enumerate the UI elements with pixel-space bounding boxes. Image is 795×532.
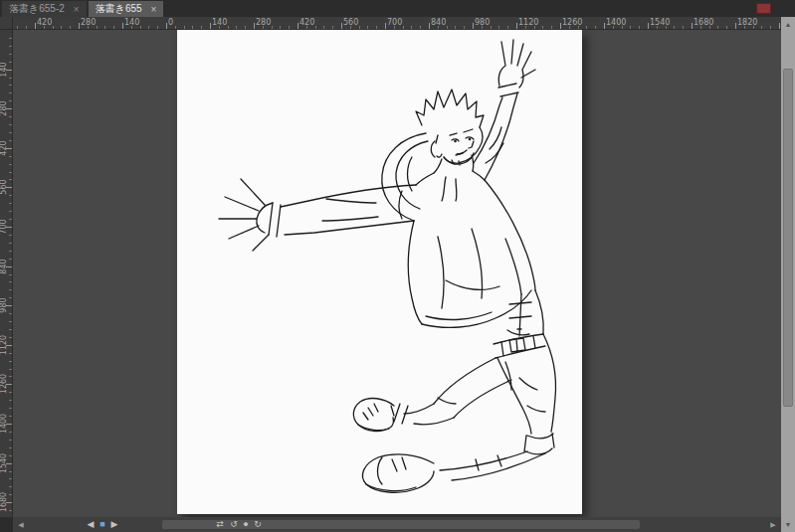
ruler-tick (245, 26, 246, 29)
nav-prev-button[interactable]: ◀ (85, 517, 97, 532)
ruler-tick (482, 26, 483, 29)
ruler-tick (9, 243, 12, 244)
ruler-tick (491, 26, 492, 29)
tab-document-1[interactable]: 落書き655-2 × (2, 1, 87, 17)
ruler-tick (359, 26, 360, 29)
ruler-tick (438, 26, 439, 29)
ruler-tick (9, 376, 12, 377)
ruler-label: 1680 (694, 18, 713, 27)
ruler-tick (53, 26, 54, 29)
ruler-label: 1540 (0, 451, 8, 475)
ruler-tick (761, 26, 762, 29)
ruler-tick (9, 329, 12, 330)
ruler-tick (9, 471, 12, 472)
ruler-tick (9, 313, 12, 314)
tab-document-2[interactable]: 落書き655 × (89, 1, 164, 17)
reset-view-button[interactable]: ● (240, 517, 252, 532)
ruler-tick (131, 26, 132, 29)
ruler-tick (9, 337, 12, 338)
rotate-left-button[interactable]: ↺ (228, 517, 240, 532)
ruler-tick (9, 92, 12, 93)
ruler-tick (578, 26, 579, 29)
ruler-tick (9, 455, 12, 456)
ruler-tick (473, 23, 474, 29)
ruler-tick (236, 26, 237, 29)
horizontal-scrollbar[interactable]: ◀ ▶ ◀■▶⇄↺●↻ (13, 517, 781, 532)
ruler-tick (595, 26, 596, 29)
rotate-right-button[interactable]: ↻ (252, 517, 264, 532)
ruler-tick (9, 369, 12, 370)
ruler-tick (569, 26, 570, 29)
vertical-scrollbar[interactable]: ▲ ▼ (781, 17, 795, 532)
ruler-tick (9, 116, 12, 117)
scroll-left-arrow-icon[interactable]: ◀ (15, 517, 27, 532)
ruler-tick (9, 289, 12, 290)
ruler-tick (157, 26, 158, 29)
ruler-label: 1540 (650, 18, 670, 27)
ruler-tick (9, 251, 12, 252)
scroll-down-arrow-icon[interactable]: ▼ (781, 518, 795, 531)
ruler-tick (17, 26, 18, 29)
ruler-tick (9, 211, 12, 212)
figure-line-art (219, 40, 556, 492)
ruler-label: 1680 (0, 490, 8, 514)
ruler-label: 1820 (737, 18, 757, 27)
ruler-label: 1120 (0, 333, 8, 357)
ruler-tick (498, 26, 499, 29)
ruler-tick (560, 23, 561, 29)
ruler-tick (586, 26, 587, 29)
ruler-tick (9, 478, 12, 479)
ruler-label: 1260 (562, 18, 582, 27)
nav-next-button[interactable]: ▶ (108, 517, 120, 532)
ruler-tick (341, 23, 342, 29)
ruler-tick (140, 26, 141, 29)
ruler-tick (61, 26, 62, 29)
ruler-tick (97, 26, 98, 29)
ruler-tick (551, 26, 552, 29)
ruler-tick (507, 26, 508, 29)
document-canvas[interactable] (177, 30, 582, 514)
paint-app-window: 落書き655-2 × 落書き655 × 42028014001402804205… (0, 0, 795, 532)
ruler-label: 700 (0, 215, 8, 239)
ruler-tick (9, 54, 12, 55)
tab-bar: 落書き655-2 × 落書き655 × (0, 0, 795, 17)
flip-horizontal-button[interactable]: ⇄ (214, 517, 226, 532)
ruler-tick (367, 26, 368, 29)
ruler-tick (9, 297, 12, 298)
ruler-tick (122, 23, 123, 29)
ruler-tick (9, 510, 12, 511)
canvas-workspace[interactable] (13, 30, 781, 517)
ruler-label: 0 (168, 18, 173, 27)
ruler-tick (148, 26, 149, 29)
vertical-scrollbar-thumb[interactable] (783, 69, 793, 407)
ruler-tick (9, 46, 12, 47)
ruler-label: 980 (0, 293, 8, 317)
tab-close-icon[interactable]: × (74, 4, 80, 15)
ruler-tick (201, 26, 202, 29)
ruler-tick (88, 26, 89, 29)
nav-current-indicator[interactable]: ■ (97, 517, 108, 532)
ruler-tick (9, 408, 12, 409)
tab-label: 落書き655 (96, 2, 142, 16)
tab-menu-button[interactable] (756, 3, 771, 14)
tab-close-icon[interactable]: × (151, 4, 157, 15)
ruler-tick (9, 164, 12, 165)
ruler-tick (9, 195, 12, 196)
ruler-tick (175, 26, 176, 29)
ruler-tick (411, 26, 412, 29)
ruler-tick (9, 432, 12, 433)
ruler-tick (9, 416, 12, 417)
ruler-tick (70, 26, 71, 29)
ruler-tick (394, 26, 395, 29)
ruler-tick (709, 26, 710, 29)
ruler-label: 1260 (0, 372, 8, 396)
scroll-up-arrow-icon[interactable]: ▲ (781, 18, 795, 31)
ruler-tick (447, 26, 448, 29)
figure-pupils (454, 138, 471, 143)
scroll-right-arrow-icon[interactable]: ▶ (767, 517, 779, 532)
ruler-tick (280, 26, 281, 29)
ruler-tick (429, 23, 430, 29)
ruler-tick (753, 26, 754, 29)
ruler-tick (166, 23, 167, 29)
ruler-tick (79, 23, 80, 29)
